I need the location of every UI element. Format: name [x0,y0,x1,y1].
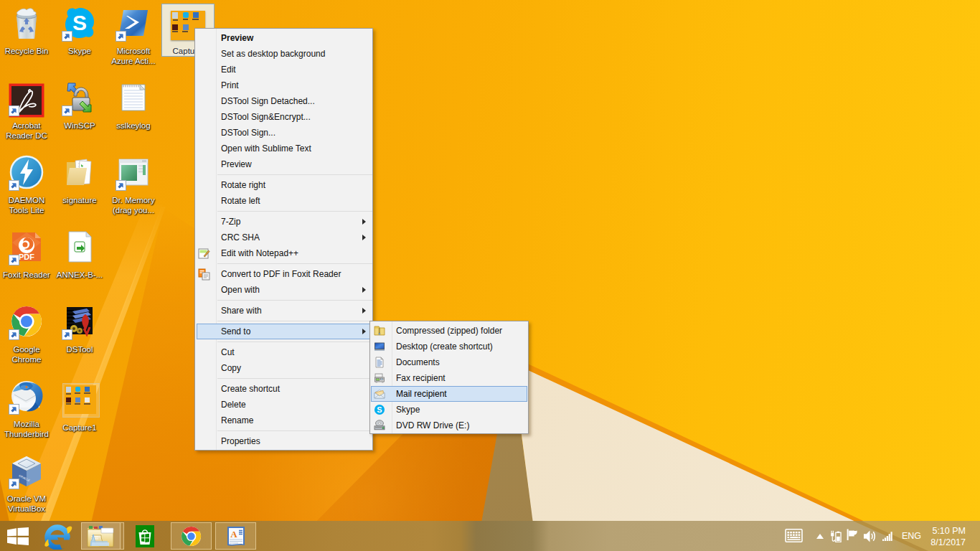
svg-text:PDF: PDF [19,253,34,261]
svg-text:S: S [72,11,87,34]
svg-text:S: S [377,405,382,414]
svg-text:A: A [230,529,237,540]
